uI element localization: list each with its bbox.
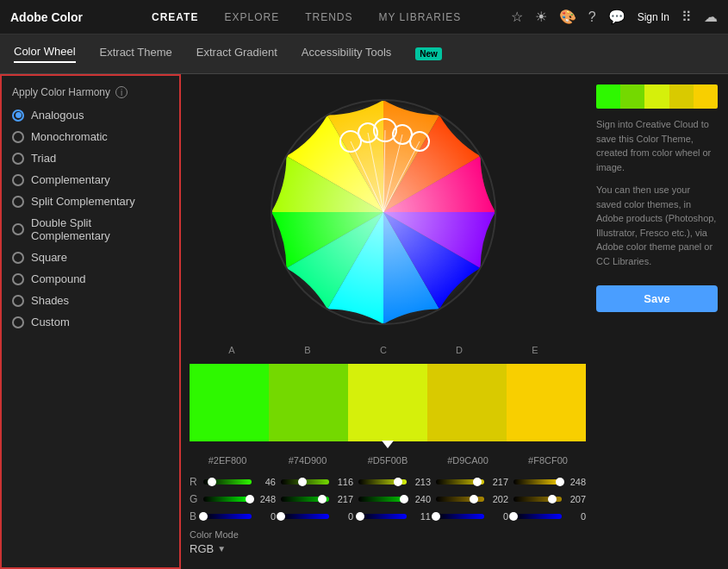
swatch-c[interactable]: [348, 364, 427, 441]
rule-complementary[interactable]: Complementary: [12, 173, 169, 186]
tab-color-wheel[interactable]: Color Wheel: [14, 45, 76, 63]
b-slider-d: 0: [436, 511, 508, 522]
r-thumb-a[interactable]: [208, 478, 216, 486]
info-icon[interactable]: i: [115, 86, 128, 98]
chat-icon[interactable]: 💬: [608, 9, 625, 25]
b-value-e: 0: [565, 511, 586, 522]
g-track-a[interactable]: [203, 497, 252, 502]
g-value-b: 217: [333, 494, 353, 504]
radio-compound[interactable]: [12, 273, 24, 285]
theme-swatch-1: [596, 84, 620, 109]
g-track-b[interactable]: [281, 497, 329, 502]
nav-explore[interactable]: EXPLORE: [224, 11, 279, 23]
g-slider-d: 202: [436, 494, 508, 504]
r-thumb-c[interactable]: [394, 478, 402, 486]
r-track-e[interactable]: [513, 479, 562, 485]
tab-accessibility[interactable]: Accessibility Tools: [302, 46, 392, 62]
rule-square[interactable]: Square: [12, 251, 169, 264]
rule-shades[interactable]: Shades: [12, 294, 169, 307]
g-slider-e: 207: [513, 494, 586, 504]
radio-analogous[interactable]: [12, 109, 24, 122]
radio-group: Analogous Monochromatic Triad Complement…: [12, 109, 169, 328]
g-track-e[interactable]: [513, 497, 562, 502]
rule-custom[interactable]: Custom: [12, 316, 169, 328]
rule-split-comp-label: Split Complementary: [31, 195, 135, 208]
g-thumb-b[interactable]: [318, 495, 327, 503]
radio-square[interactable]: [12, 252, 24, 264]
g-track-d[interactable]: [436, 497, 484, 502]
tab-extract-theme[interactable]: Extract Theme: [100, 46, 172, 62]
b-thumb-d[interactable]: [432, 512, 440, 521]
r-sliders-row: R 46 116: [190, 476, 586, 488]
g-thumb-d[interactable]: [470, 495, 478, 503]
g-track-c[interactable]: [358, 497, 407, 502]
r-track-d[interactable]: [436, 479, 484, 485]
r-track-b[interactable]: [281, 479, 329, 485]
g-thumb-a[interactable]: [246, 495, 254, 503]
b-thumb-a[interactable]: [199, 512, 208, 521]
save-button[interactable]: Save: [596, 285, 718, 312]
radio-double-split[interactable]: [12, 223, 24, 235]
nav-trends[interactable]: TRENDS: [305, 11, 352, 23]
color-code-c: #D5F00B: [350, 455, 426, 466]
nav-libraries[interactable]: MY LIBRARIES: [379, 11, 462, 23]
r-slider-c: 213: [358, 477, 431, 487]
b-track-b[interactable]: [281, 514, 329, 519]
g-thumb-e[interactable]: [548, 495, 557, 503]
sign-in-link[interactable]: Sign In: [638, 11, 669, 23]
r-thumb-e[interactable]: [556, 478, 564, 486]
r-thumb-b[interactable]: [298, 478, 307, 486]
rule-custom-label: Custom: [31, 316, 70, 328]
rule-compound[interactable]: Compound: [12, 272, 169, 285]
sun-icon[interactable]: ☀: [535, 9, 547, 25]
b-thumb-e[interactable]: [509, 512, 518, 521]
color-wheel-svg[interactable]: [263, 91, 504, 333]
rule-double-split[interactable]: Double Split Complementary: [12, 216, 169, 242]
theme-swatch-2: [620, 84, 644, 109]
nav-right: ☆ ☀ 🎨 ? 💬 Sign In ⠿ ☁: [511, 9, 718, 25]
radio-custom[interactable]: [12, 316, 24, 328]
rule-analogous[interactable]: Analogous: [12, 109, 169, 122]
color-codes: #2EF800 #74D900 #D5F00B #D9CA00 #F8CF00: [190, 455, 586, 466]
g-slider-a: 248: [203, 494, 276, 504]
b-track-e[interactable]: [513, 514, 562, 519]
rule-split-complementary[interactable]: Split Complementary: [12, 195, 169, 208]
r-track-c[interactable]: [358, 479, 407, 485]
rule-compound-label: Compound: [31, 272, 86, 285]
b-track-c[interactable]: [358, 514, 407, 519]
rule-shades-label: Shades: [31, 294, 69, 307]
b-track-d[interactable]: [436, 514, 484, 519]
radio-triad[interactable]: [12, 153, 24, 165]
swatch-a[interactable]: [190, 364, 269, 441]
b-thumb-b[interactable]: [277, 512, 285, 521]
color-mode-select[interactable]: RGB ▼: [190, 542, 239, 555]
radio-shades[interactable]: [12, 295, 24, 307]
r-track-a[interactable]: [203, 479, 252, 485]
tab-extract-gradient[interactable]: Extract Gradient: [196, 46, 277, 62]
nav-create[interactable]: CREATE: [152, 11, 198, 23]
rule-monochromatic[interactable]: Monochromatic: [12, 130, 169, 143]
cc-icon[interactable]: ☁: [704, 9, 718, 25]
radio-split-comp[interactable]: [12, 196, 24, 208]
r-slider-d: 217: [436, 477, 508, 487]
theme-swatch-4: [669, 84, 694, 109]
grid-icon[interactable]: ⠿: [681, 9, 692, 25]
b-track-a[interactable]: [203, 514, 252, 519]
b-thumb-c[interactable]: [356, 512, 364, 521]
help-icon[interactable]: ?: [588, 9, 596, 25]
radio-monochromatic[interactable]: [12, 131, 24, 143]
swatch-d[interactable]: [427, 364, 507, 441]
rule-triad[interactable]: Triad: [12, 152, 169, 165]
swatch-e[interactable]: [507, 364, 586, 441]
r-value-c: 213: [410, 477, 431, 487]
r-thumb-d[interactable]: [473, 478, 482, 486]
g-label: G: [190, 493, 200, 505]
star-icon[interactable]: ☆: [511, 9, 523, 25]
swatch-b[interactable]: [269, 364, 348, 441]
color-wheel-icon[interactable]: 🎨: [559, 9, 576, 25]
color-wheel-container[interactable]: [263, 91, 504, 333]
g-thumb-c[interactable]: [400, 495, 408, 503]
radio-complementary[interactable]: [12, 174, 24, 186]
swatch-label-c: C: [345, 345, 421, 355]
g-value-a: 248: [255, 494, 276, 504]
